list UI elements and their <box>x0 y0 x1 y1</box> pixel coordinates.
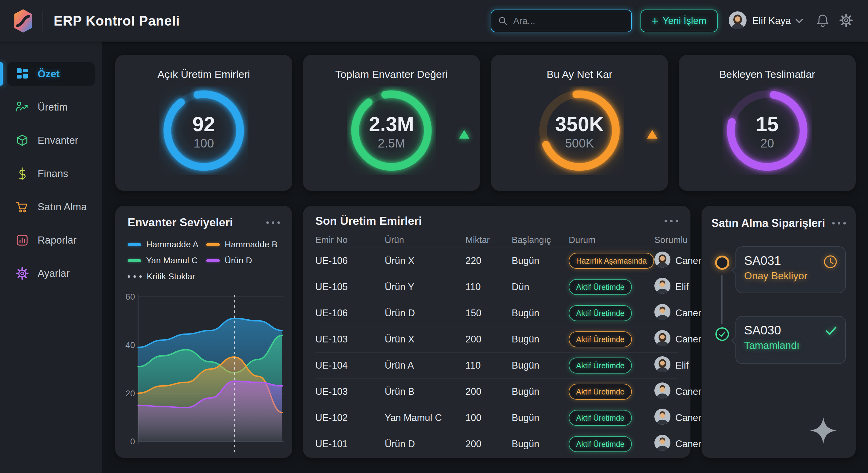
svg-text:20: 20 <box>125 388 135 398</box>
purchase-orders-card: Satın Alma Siparişleri SA031 Onay Bekliy… <box>702 206 856 458</box>
new-transaction-button[interactable]: + Yeni İşlem <box>641 9 718 32</box>
table-row[interactable]: UE-106 Ürün D 150 Bugün Aktif Üretimde C… <box>315 300 678 326</box>
avatar <box>654 435 671 453</box>
avatar <box>654 278 671 296</box>
sidebar-item-label: Özet <box>38 68 60 80</box>
kpi-ring: 2.3M 2.5M <box>347 86 436 176</box>
legend-swatch <box>206 243 220 246</box>
cell-order-no: UE-102 <box>315 412 385 424</box>
sidebar-item-uretim[interactable]: Üretim <box>7 96 95 119</box>
legend-item-hammadde-b[interactable]: Hammadde B <box>206 240 286 249</box>
avatar <box>654 409 671 427</box>
cell-start: Bugün <box>512 386 569 397</box>
cell-person: Elif <box>675 281 689 293</box>
purchase-order-status: Tamamlandı <box>744 340 837 351</box>
kpi-card-bekleyen-teslimatlar: Bekleyen Teslimatlar 15 20 <box>679 55 856 191</box>
cell-qty: 200 <box>465 439 512 449</box>
timeline-node-done <box>715 327 729 341</box>
kpi-title: Bekleyen Teslimatlar <box>679 68 856 80</box>
purchase-order-item[interactable]: SA031 Onay Bekliyor <box>736 246 846 293</box>
app-logo-icon <box>13 9 33 33</box>
cell-qty: 200 <box>465 386 512 397</box>
svg-text:60: 60 <box>125 292 135 302</box>
table-row[interactable]: UE-104 Ürün A 110 Bugün Aktif Üretimde E… <box>315 352 678 378</box>
table-body: UE-106 Ürün X 220 Bugün Hazırlık Aşaması… <box>315 247 678 457</box>
legend-item-kritik-stoklar[interactable]: Kritik Stoklar <box>128 272 203 281</box>
legend-item-urun-d[interactable]: Ürün D <box>206 256 286 265</box>
svg-text:40: 40 <box>125 340 135 350</box>
purchase-order-item[interactable]: SA030 Tamamlandı <box>736 316 846 364</box>
kpi-value: 2.3M <box>369 112 414 136</box>
legend-item-yan-mamul-c[interactable]: Yan Mamul C <box>128 256 203 265</box>
user-name: Elif Kaya <box>752 15 791 27</box>
cell-start: Bugün <box>512 334 569 345</box>
cell-person: Caner <box>675 412 701 424</box>
svg-text:0: 0 <box>130 437 135 446</box>
cell-person: Caner <box>675 386 701 397</box>
sidebar-item-ozet[interactable]: Özet <box>7 62 95 86</box>
chart-legend: Hammadde A Hammadde B Yan Mamul C Ürün D… <box>128 240 286 281</box>
avatar <box>654 382 671 401</box>
cell-product: Ürün D <box>385 308 465 319</box>
avatar <box>654 356 671 375</box>
sparkle-icon[interactable] <box>810 417 837 444</box>
cell-qty: 150 <box>465 308 512 319</box>
sidebar-item-envanter[interactable]: Envanter <box>7 129 95 152</box>
cell-order-no: UE-105 <box>315 281 385 293</box>
table-row[interactable]: UE-103 Ürün X 200 Bugün Aktif Üretimde C… <box>315 326 678 352</box>
sidebar-item-satin-alma[interactable]: Satın Alma <box>7 195 95 218</box>
table-header: Emir NoÜrünMiktarBaşlangıçDurumSorumlu <box>315 232 678 247</box>
table-row[interactable]: UE-102 Yan Mamul C 100 Bugün Aktif Üreti… <box>315 405 678 431</box>
main-content: Açık Üretim Emirleri 92 100 Toplam Envan… <box>102 41 868 473</box>
kpi-card-toplam-envanter-değeri: Toplam Envanter Değeri 2.3M 2.5M <box>303 55 480 191</box>
cell-order-no: UE-101 <box>315 439 385 449</box>
cell-start: Bugün <box>512 255 569 266</box>
kpi-card-acik-uretim-emirleri: Açık Üretim Emirleri 92 100 <box>115 55 292 191</box>
inventory-area-chart: 6040200 <box>121 286 285 454</box>
cell-qty: 220 <box>465 255 512 266</box>
cell-qty: 110 <box>465 360 512 371</box>
sidebar-item-ayarlar[interactable]: Ayarlar <box>7 262 95 285</box>
sidebar-item-label: Üretim <box>38 101 67 113</box>
legend-item-hammadde-a[interactable]: Hammadde A <box>128 240 203 249</box>
avatar <box>654 251 671 270</box>
legend-swatch <box>128 243 141 246</box>
table-row[interactable]: UE-101 Ürün D 200 Bugün Aktif Üretimde C… <box>315 431 678 457</box>
chart-title: Envanter Seviyeleri <box>128 216 233 229</box>
kpi-target: 500K <box>565 136 594 150</box>
cell-product: Ürün Y <box>385 281 465 293</box>
table-row[interactable]: UE-105 Ürün Y 110 Dün Aktif Üretimde Eli… <box>315 274 678 300</box>
cell-order-no: UE-104 <box>315 360 385 371</box>
gear-icon <box>16 267 29 280</box>
sidebar-item-label: Raporlar <box>38 234 77 246</box>
status-badge: Aktif Üretimde <box>569 358 632 374</box>
table-row[interactable]: UE-103 Ürün B 200 Bugün Aktif Üretimde C… <box>315 378 678 405</box>
table-more-menu[interactable] <box>664 220 678 222</box>
column-header-durum: Durum <box>569 235 654 245</box>
chart-more-menu[interactable] <box>266 222 280 224</box>
cell-start: Bugün <box>512 412 569 424</box>
sidebar-item-raporlar[interactable]: Raporlar <box>7 229 95 252</box>
kpi-target: 20 <box>761 136 774 150</box>
cell-start: Bugün <box>512 360 569 371</box>
search-box[interactable] <box>491 9 632 32</box>
sidebar: Özet Üretim Envanter Finans Satın Alma R… <box>0 41 102 473</box>
search-input[interactable] <box>513 16 625 26</box>
cell-product: Yan Mamul C <box>385 412 465 424</box>
sidebar-item-label: Envanter <box>38 135 78 146</box>
sidebar-nav: Özet Üretim Envanter Finans Satın Alma R… <box>0 62 102 285</box>
purchase-order-code: SA030 <box>744 323 837 337</box>
chevron-down-icon[interactable] <box>795 18 803 24</box>
page-title: ERP Kontrol Paneli <box>54 13 180 29</box>
cell-order-no: UE-106 <box>315 308 385 319</box>
bell-icon[interactable] <box>815 13 830 29</box>
gear-icon[interactable] <box>839 13 853 29</box>
avatar <box>654 330 671 348</box>
trend-up-icon <box>459 130 469 139</box>
purchase-orders-more-menu[interactable] <box>832 222 846 225</box>
avatar[interactable] <box>729 11 747 31</box>
kpi-title: Bu Ay Net Kar <box>491 68 668 80</box>
cell-order-no: UE-103 <box>315 386 385 397</box>
table-row[interactable]: UE-106 Ürün X 220 Bugün Hazırlık Aşaması… <box>315 247 678 274</box>
sidebar-item-finans[interactable]: Finans <box>7 162 95 185</box>
